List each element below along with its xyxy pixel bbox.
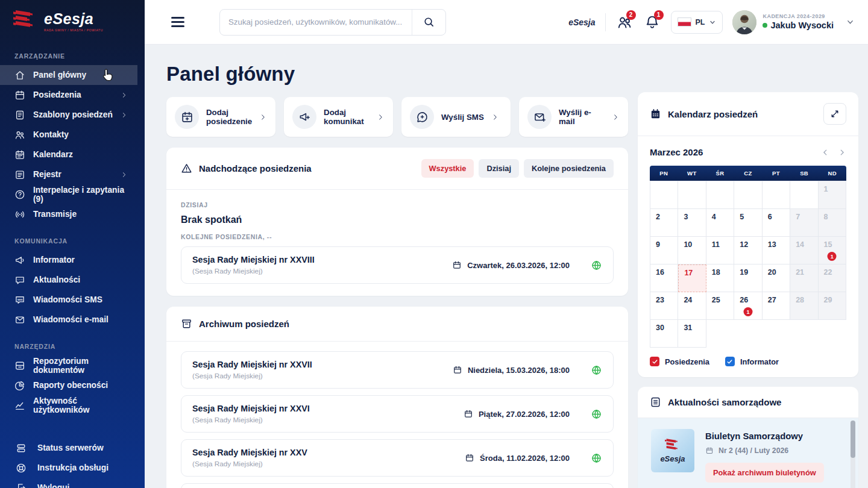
- calendar-day-cell[interactable]: 20: [763, 264, 790, 292]
- sidebar-section-label: KOMUNIKACJA: [0, 224, 145, 250]
- calendar-day-cell[interactable]: 8: [819, 209, 846, 237]
- calendar-day-cell[interactable]: 28: [790, 292, 818, 320]
- sidebar-item[interactable]: Status serwerów: [0, 438, 137, 458]
- sidebar-item[interactable]: Informator: [0, 250, 137, 270]
- calendar-day-cell[interactable]: 11: [706, 237, 734, 264]
- calendar-day-cell[interactable]: 1: [819, 181, 846, 209]
- meeting-item[interactable]: Sesja Rady Miejskiej nr XXVI (Sesja Rady…: [181, 395, 614, 433]
- meeting-item[interactable]: Sesja Rady Miejskiej nr XXVIII (Sesja Ra…: [181, 246, 614, 284]
- calendar-day-cell[interactable]: 16: [650, 264, 678, 292]
- user-menu[interactable]: KADENCJA 2024-2029 Jakub Wysocki: [732, 10, 855, 34]
- globe-icon[interactable]: [591, 452, 602, 464]
- meeting-item[interactable]: Sesja Rady Miejskiej nr XXIV (Sesja Rady…: [181, 483, 614, 488]
- upcoming-filters: WszystkieDzisiajKolejne posiedzenia: [421, 159, 614, 178]
- globe-icon[interactable]: [591, 408, 602, 420]
- calendar-day-cell[interactable]: 26 1: [734, 292, 762, 320]
- calendar-day-cell[interactable]: 7: [790, 209, 818, 237]
- checkbox-checked-icon[interactable]: [725, 357, 735, 366]
- bulletin-archive-button[interactable]: Pokaż archiwum biuletynów: [705, 463, 824, 483]
- calendar-day-cell[interactable]: 18: [706, 264, 734, 292]
- calendar-day-cell[interactable]: 4: [706, 209, 734, 237]
- day-number: 16: [656, 268, 664, 277]
- page-title: Panel główny: [166, 63, 628, 86]
- search-button[interactable]: [412, 10, 445, 35]
- sidebar-item[interactable]: Rejestr: [0, 164, 137, 184]
- notifications-button[interactable]: 1: [643, 13, 661, 31]
- meeting-item[interactable]: Sesja Rady Miejskiej nr XXV (Sesja Rady …: [181, 439, 614, 477]
- calendar-day-cell[interactable]: 14: [790, 237, 818, 264]
- meeting-item[interactable]: Sesja Rady Miejskiej nr XXVII (Sesja Rad…: [181, 351, 614, 389]
- calendar-day-cell[interactable]: 17: [678, 264, 706, 292]
- calendar-expand-button[interactable]: [823, 103, 846, 125]
- sidebar-item[interactable]: Interpelacje i zapytania (9): [0, 184, 137, 204]
- filter-chip[interactable]: Kolejne posiedzenia: [524, 159, 614, 178]
- scrollbar[interactable]: [851, 421, 855, 488]
- calendar-day-cell[interactable]: 5: [734, 209, 762, 237]
- calendar-day-cell[interactable]: 27: [763, 292, 790, 320]
- calendar-day-cell[interactable]: 13: [763, 237, 790, 264]
- news-icon: [650, 396, 661, 408]
- legend-checkbox-item[interactable]: Posiedzenia: [650, 357, 709, 366]
- calendar-day-cell[interactable]: 10: [678, 237, 706, 264]
- calendar-day-cell[interactable]: 9: [650, 237, 678, 264]
- sidebar-item[interactable]: Aktualności: [0, 270, 137, 290]
- filter-chip[interactable]: Wszystkie: [421, 159, 474, 178]
- sidebar-item[interactable]: Instrukcja obsługi: [0, 458, 137, 478]
- app-logo[interactable]: eSesja RADA GMINY / MIASTA / POWIATU: [0, 0, 145, 39]
- calendar-day-cell[interactable]: 29: [819, 292, 846, 320]
- language-selector[interactable]: PL: [671, 11, 723, 34]
- next-month-button[interactable]: [838, 148, 846, 157]
- sidebar-item[interactable]: Szablony posiedzeń: [0, 105, 137, 125]
- legend-checkbox-item[interactable]: Informator: [725, 357, 779, 366]
- calendar-day-cell[interactable]: 21: [790, 264, 818, 292]
- sidebar-item[interactable]: Raporty obecności: [0, 375, 137, 395]
- sidebar-item[interactable]: Wiadomości e-mail: [0, 310, 137, 330]
- sidebar-item[interactable]: Repozytorium dokumentów: [0, 355, 137, 375]
- sidebar-item[interactable]: Transmisje: [0, 204, 137, 224]
- sidebar-item-label: Kalendarz: [33, 150, 73, 159]
- weekday-label: ŚR: [706, 166, 734, 181]
- quick-action-button[interactable]: Wyślij e-mail: [519, 97, 628, 137]
- sidebar-item[interactable]: Posiedzenia: [0, 85, 137, 105]
- globe-icon[interactable]: [591, 260, 602, 271]
- quick-action-button[interactable]: Wyślij SMS: [401, 97, 511, 137]
- checkbox-checked-icon[interactable]: [650, 357, 659, 366]
- prev-month-button[interactable]: [821, 148, 829, 157]
- search-input[interactable]: [220, 17, 412, 27]
- sidebar-item-label: Posiedzenia: [33, 90, 81, 99]
- calendar-day-cell[interactable]: 15 1: [819, 237, 846, 264]
- sidebar-item[interactable]: SMS Wiadomości SMS: [0, 290, 137, 310]
- calendar-day-cell[interactable]: 2: [650, 209, 678, 237]
- quick-action-button[interactable]: Dodaj komunikat: [284, 97, 393, 137]
- calendar-day-cell[interactable]: 6: [763, 209, 790, 237]
- quick-action-button[interactable]: Dodaj posiedzenie: [166, 97, 275, 137]
- calendar-day-cell[interactable]: 12: [734, 237, 762, 264]
- sidebar-item[interactable]: Panel główny: [0, 65, 137, 85]
- day-number: 11: [712, 240, 720, 249]
- users-button[interactable]: 2: [615, 13, 634, 31]
- calendar-day-cell: [678, 181, 706, 209]
- news-item[interactable]: eSesja Biuletyn Samorządowy Nr 2 (44) / …: [651, 429, 845, 483]
- calendar-day-cell[interactable]: 25: [706, 292, 734, 320]
- menu-toggle-button[interactable]: [171, 17, 184, 27]
- esesja-logo-icon: [12, 9, 39, 33]
- calendar-day-cell[interactable]: 23: [650, 292, 678, 320]
- calendar-day-cell[interactable]: 19: [734, 264, 762, 292]
- calendar-day-cell[interactable]: 24: [678, 292, 706, 320]
- sidebar-item[interactable]: Wyloguj: [0, 478, 137, 488]
- calendar-day-cell[interactable]: 3: [678, 209, 706, 237]
- users-icon: [14, 130, 25, 140]
- chevron-down-icon[interactable]: [846, 17, 855, 27]
- filter-chip[interactable]: Dzisiaj: [479, 159, 519, 178]
- help-icon: [16, 463, 27, 474]
- calendar-day-cell[interactable]: 22: [819, 264, 846, 292]
- sidebar-nav: ZARZĄDZANIE Panel główny Posiedzenia Sza…: [0, 39, 145, 415]
- globe-icon[interactable]: [591, 364, 602, 376]
- calendar-day-cell[interactable]: 30: [650, 320, 678, 348]
- event-count-badge: 1: [743, 307, 752, 316]
- sms-icon: SMS: [14, 295, 25, 305]
- sidebar-item[interactable]: Aktywność użytkowników: [0, 395, 137, 415]
- sidebar-item[interactable]: Kalendarz: [0, 145, 137, 164]
- calendar-day-cell[interactable]: 31: [678, 320, 706, 348]
- sidebar-item[interactable]: Kontakty: [0, 125, 137, 145]
